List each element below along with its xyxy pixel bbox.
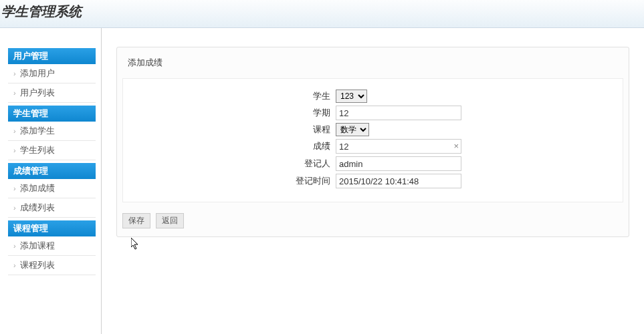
app-header: 学生管理系统 bbox=[0, 0, 644, 28]
sidebar-item-label: 用户列表 bbox=[20, 87, 55, 99]
sidebar-item-add-user[interactable]: › 添加用户 bbox=[8, 64, 96, 84]
control-registrant bbox=[336, 156, 463, 171]
regtime-input[interactable] bbox=[336, 174, 461, 188]
student-select[interactable]: 123 bbox=[336, 90, 367, 103]
panel-title: 添加成绩 bbox=[117, 47, 629, 75]
control-score: × bbox=[336, 139, 463, 154]
sidebar-header-student: 学生管理 bbox=[8, 106, 96, 122]
sidebar-header-score: 成绩管理 bbox=[8, 163, 96, 179]
app-title: 学生管理系统 bbox=[1, 3, 639, 21]
row-registrant: 登记人 bbox=[131, 156, 615, 171]
main-content: 添加成绩 学生 123 学期 课程 bbox=[102, 28, 644, 334]
main-container: 用户管理 › 添加用户 › 用户列表 学生管理 › 添加学生 › 学生列表 bbox=[0, 28, 644, 334]
score-input[interactable] bbox=[336, 139, 461, 154]
sidebar-section-user: 用户管理 › 添加用户 › 用户列表 bbox=[8, 48, 96, 103]
sidebar-item-add-student[interactable]: › 添加学生 bbox=[8, 122, 96, 141]
sidebar-header-course: 课程管理 bbox=[8, 220, 96, 236]
sidebar: 用户管理 › 添加用户 › 用户列表 学生管理 › 添加学生 › 学生列表 bbox=[0, 28, 102, 334]
sidebar-item-student-list[interactable]: › 学生列表 bbox=[8, 141, 96, 160]
form-area: 学生 123 学期 课程 bbox=[122, 78, 623, 202]
label-score: 成绩 bbox=[131, 140, 336, 152]
label-regtime: 登记时间 bbox=[131, 175, 336, 187]
label-course: 课程 bbox=[131, 124, 336, 136]
sidebar-section-course: 课程管理 › 添加课程 › 课程列表 bbox=[8, 220, 96, 275]
row-regtime: 登记时间 bbox=[131, 174, 615, 188]
save-button[interactable]: 保存 bbox=[122, 213, 150, 228]
sidebar-item-label: 添加课程 bbox=[20, 240, 55, 252]
row-score: 成绩 × bbox=[131, 139, 615, 154]
control-course: 数学 bbox=[336, 123, 463, 136]
row-course: 课程 数学 bbox=[131, 123, 615, 136]
clear-icon[interactable]: × bbox=[453, 141, 459, 151]
chevron-right-icon: › bbox=[13, 127, 16, 135]
sidebar-item-label: 添加学生 bbox=[20, 125, 55, 137]
back-button[interactable]: 返回 bbox=[156, 213, 184, 228]
registrant-input[interactable] bbox=[336, 156, 461, 171]
chevron-right-icon: › bbox=[13, 261, 16, 269]
sidebar-item-label: 添加成绩 bbox=[20, 182, 55, 194]
chevron-right-icon: › bbox=[13, 204, 16, 212]
control-semester bbox=[336, 106, 463, 120]
sidebar-header-user: 用户管理 bbox=[8, 48, 96, 64]
chevron-right-icon: › bbox=[13, 184, 16, 192]
sidebar-item-add-score[interactable]: › 添加成绩 bbox=[8, 179, 96, 198]
chevron-right-icon: › bbox=[13, 89, 16, 97]
sidebar-item-label: 课程列表 bbox=[20, 259, 55, 271]
semester-input[interactable] bbox=[336, 106, 461, 120]
sidebar-item-add-course[interactable]: › 添加课程 bbox=[8, 236, 96, 256]
sidebar-section-score: 成绩管理 › 添加成绩 › 成绩列表 bbox=[8, 163, 96, 218]
button-bar: 保存 返回 bbox=[117, 210, 629, 231]
control-regtime bbox=[336, 174, 463, 188]
course-select[interactable]: 数学 bbox=[336, 123, 369, 136]
chevron-right-icon: › bbox=[13, 242, 16, 250]
form-panel: 添加成绩 学生 123 学期 课程 bbox=[116, 47, 629, 237]
sidebar-item-score-list[interactable]: › 成绩列表 bbox=[8, 198, 96, 218]
sidebar-section-student: 学生管理 › 添加学生 › 学生列表 bbox=[8, 106, 96, 160]
row-semester: 学期 bbox=[131, 106, 615, 120]
sidebar-item-course-list[interactable]: › 课程列表 bbox=[8, 256, 96, 275]
sidebar-item-label: 添加用户 bbox=[20, 67, 55, 79]
label-semester: 学期 bbox=[131, 107, 336, 119]
row-student: 学生 123 bbox=[131, 90, 615, 103]
control-student: 123 bbox=[336, 90, 463, 103]
sidebar-item-label: 学生列表 bbox=[20, 144, 55, 156]
label-registrant: 登记人 bbox=[131, 158, 336, 170]
sidebar-item-user-list[interactable]: › 用户列表 bbox=[8, 84, 96, 103]
label-student: 学生 bbox=[131, 90, 336, 102]
chevron-right-icon: › bbox=[13, 146, 16, 154]
chevron-right-icon: › bbox=[13, 69, 16, 77]
sidebar-item-label: 成绩列表 bbox=[20, 202, 55, 214]
